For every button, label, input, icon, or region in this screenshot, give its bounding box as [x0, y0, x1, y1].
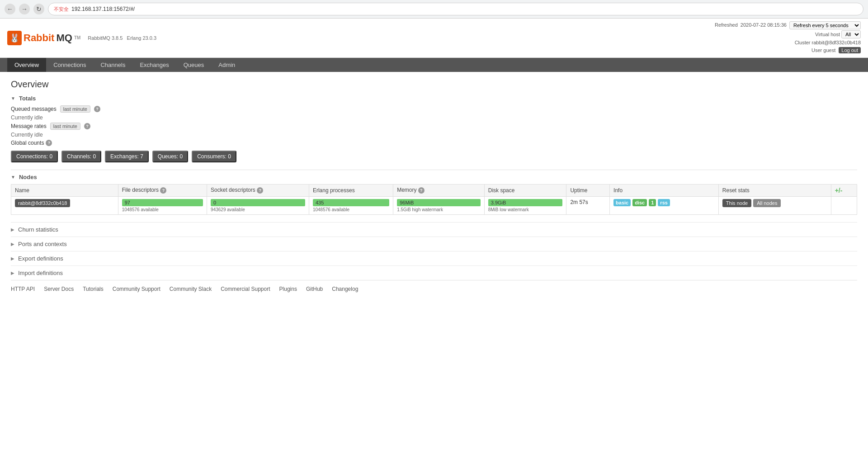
address-bar[interactable]: 不安全 192.168.137.118:15672/#/ — [48, 3, 863, 15]
nav-tabs: Overview Connections Channels Exchanges … — [0, 58, 868, 72]
tab-queues[interactable]: Queues — [176, 58, 212, 72]
export-arrow: ▶ — [11, 256, 14, 261]
consumers-count[interactable]: Consumers: 0 — [192, 151, 236, 162]
import-label: Import definitions — [18, 270, 63, 276]
import-section: ▶ Import definitions — [11, 266, 857, 280]
col-memory: Memory ? — [393, 184, 485, 196]
churn-header[interactable]: ▶ Churn statistics — [11, 226, 857, 233]
totals-section: ▼ Totals Queued messages last minute ? C… — [11, 95, 857, 162]
footer-server-docs[interactable]: Server Docs — [44, 286, 74, 292]
churn-arrow: ▶ — [11, 227, 14, 232]
refreshed-label: Refreshed — [715, 21, 738, 29]
col-socket-descriptors: Socket descriptors ? — [207, 184, 309, 196]
churn-section: ▶ Churn statistics — [11, 222, 857, 237]
badge-rss: rss — [658, 199, 670, 206]
message-rates-label: Message rates — [11, 123, 47, 129]
uptime-text: 2m 57s — [570, 199, 588, 205]
ports-header[interactable]: ▶ Ports and contexts — [11, 241, 857, 247]
tab-overview[interactable]: Overview — [7, 58, 46, 72]
disk-space-bar: 3.9GiB — [488, 199, 563, 206]
logo-rabbit: Rabbit — [24, 32, 54, 44]
top-bar: 🐰 RabbitMQTM RabbitMQ 3.8.5 Erlang 23.0.… — [0, 19, 868, 58]
totals-arrow: ▼ — [11, 96, 15, 101]
virtual-host-select[interactable]: All / — [841, 30, 861, 38]
reload-button[interactable]: ↻ — [33, 4, 44, 14]
disk-space-sub: 8MiB low watermark — [488, 207, 563, 212]
tab-exchanges[interactable]: Exchanges — [132, 58, 176, 72]
import-header[interactable]: ▶ Import definitions — [11, 270, 857, 276]
reset-stats-cell: This node All nodes — [718, 196, 831, 214]
message-rates-badge[interactable]: last minute — [50, 123, 80, 130]
footer-community-slack[interactable]: Community Slack — [170, 286, 212, 292]
browser-chrome: ← → ↻ 不安全 192.168.137.118:15672/#/ — [0, 0, 868, 19]
empty-cell — [831, 196, 857, 214]
badge-basic: basic — [613, 199, 631, 206]
totals-header[interactable]: ▼ Totals — [11, 95, 857, 102]
footer-plugins[interactable]: Plugins — [279, 286, 297, 292]
footer-github[interactable]: GitHub — [306, 286, 323, 292]
tab-admin[interactable]: Admin — [211, 58, 242, 72]
uptime-cell: 2m 57s — [566, 196, 610, 214]
col-uptime: Uptime — [566, 184, 610, 196]
footer-http-api[interactable]: HTTP API — [11, 286, 35, 292]
connections-count[interactable]: Connections: 0 — [11, 151, 58, 162]
refresh-select[interactable]: Refresh every 5 seconds Refresh every 10… — [789, 21, 861, 29]
rabbitmq-version: RabbitMQ 3.8.5 — [88, 35, 123, 41]
import-arrow: ▶ — [11, 270, 14, 275]
cluster-row: Cluster rabbit@8df332c0b418 — [715, 39, 861, 47]
queued-messages-badge[interactable]: last minute — [60, 105, 90, 113]
forward-button[interactable]: → — [19, 4, 30, 14]
export-header[interactable]: ▶ Export definitions — [11, 255, 857, 262]
churn-label: Churn statistics — [18, 226, 58, 233]
global-counts-help[interactable]: ? — [46, 140, 52, 146]
back-button[interactable]: ← — [5, 4, 15, 14]
virtual-host-row: Virtual host All / — [715, 30, 861, 39]
memory-help[interactable]: ? — [418, 187, 425, 194]
ports-section: ▶ Ports and contexts — [11, 237, 857, 251]
footer-community-support[interactable]: Community Support — [113, 286, 160, 292]
queued-messages-help[interactable]: ? — [94, 106, 100, 112]
col-plusminus: +/- — [831, 184, 857, 196]
logo-tm: TM — [74, 35, 80, 40]
exchanges-count[interactable]: Exchanges: 7 — [105, 151, 149, 162]
nodes-arrow: ▼ — [11, 175, 15, 180]
col-file-descriptors: File descriptors ? — [118, 184, 207, 196]
col-reset-stats: Reset stats — [718, 184, 831, 196]
queues-count[interactable]: Queues: 0 — [152, 151, 188, 162]
all-nodes-button[interactable]: All nodes — [753, 199, 781, 207]
node-name-badge[interactable]: rabbit@8df332c0b418 — [15, 199, 70, 207]
plus-minus-btn[interactable]: +/- — [835, 187, 843, 194]
file-desc-sub: 1048576 available — [122, 207, 203, 212]
logout-button[interactable]: Log out — [839, 47, 861, 53]
currently-idle-2: Currently idle — [11, 132, 857, 138]
tab-channels[interactable]: Channels — [93, 58, 132, 72]
nodes-table: Name File descriptors ? Socket descripto… — [11, 184, 857, 215]
footer-commercial-support[interactable]: Commercial Support — [221, 286, 270, 292]
socket-desc-help[interactable]: ? — [257, 187, 263, 194]
erlang-proc-sub: 1048576 available — [313, 207, 389, 212]
totals-title: Totals — [19, 95, 36, 102]
export-section: ▶ Export definitions — [11, 251, 857, 266]
footer-tutorials[interactable]: Tutorials — [83, 286, 104, 292]
logo-area: 🐰 RabbitMQTM RabbitMQ 3.8.5 Erlang 23.0.… — [7, 31, 156, 45]
cluster-value: rabbit@8df332c0b418 — [812, 40, 861, 45]
address-text: 192.168.137.118:15672/#/ — [71, 6, 135, 12]
user-value: guest — [823, 47, 835, 53]
message-rates-help[interactable]: ? — [84, 123, 90, 129]
user-label: User — [811, 47, 822, 53]
memory-cell: 96MiB 1.5GiB high watermark — [393, 196, 485, 214]
channels-count[interactable]: Channels: 0 — [61, 151, 101, 162]
reset-btns: This node All nodes — [722, 199, 827, 207]
file-desc-help[interactable]: ? — [160, 187, 166, 194]
refresh-control: Refreshed 2020-07-22 08:15:36 Refresh ev… — [715, 21, 861, 29]
version-info: RabbitMQ 3.8.5 Erlang 23.0.3 — [88, 35, 156, 41]
nodes-header[interactable]: ▼ Nodes — [11, 174, 857, 180]
this-node-button[interactable]: This node — [722, 199, 751, 207]
col-erlang-processes: Erlang processes — [309, 184, 393, 196]
erlang-proc-cell: 435 1048576 available — [309, 196, 393, 214]
footer-changelog[interactable]: Changelog — [332, 286, 358, 292]
message-rates-row: Message rates last minute ? — [11, 123, 857, 130]
erlang-proc-bar: 435 — [313, 199, 389, 206]
tab-connections[interactable]: Connections — [46, 58, 93, 72]
virtual-host-label: Virtual host — [815, 32, 840, 37]
